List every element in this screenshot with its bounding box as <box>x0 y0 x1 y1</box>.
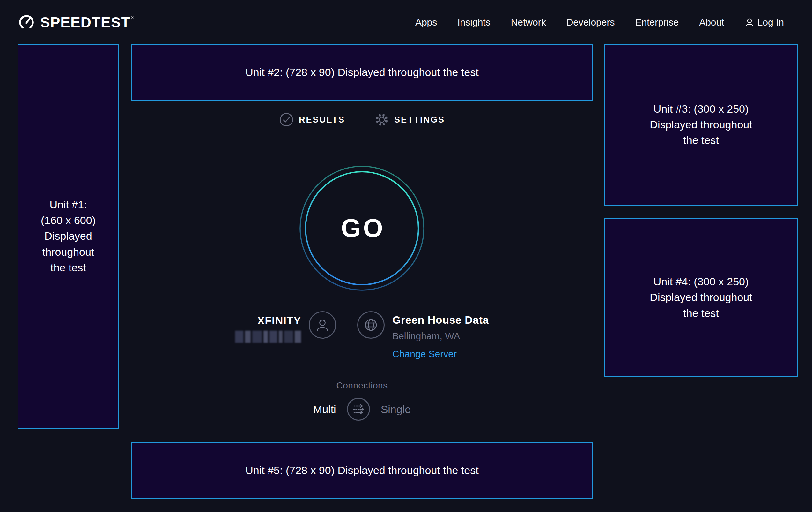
nav-links: Apps Insights Network Developers Enterpr… <box>415 17 784 28</box>
go-label: GO <box>299 165 425 291</box>
ad-unit-2: Unit #2: (728 x 90) Displayed throughout… <box>131 44 593 101</box>
go-button[interactable]: GO <box>299 165 425 291</box>
speedtest-page: SPEEDTEST ® Apps Insights Network Develo… <box>0 0 812 512</box>
logo-trademark: ® <box>131 15 135 20</box>
change-server-link[interactable]: Change Server <box>392 349 457 359</box>
server-icon-circle <box>357 311 385 339</box>
ad-unit-4: Unit #4: (300 x 250) Displayed throughou… <box>604 218 798 377</box>
connections-section: Connections Multi Sin <box>131 380 593 421</box>
isp-name: XFINITY <box>257 315 301 327</box>
server-location: Bellingham, WA <box>392 331 460 342</box>
login-label: Log In <box>757 17 784 28</box>
globe-icon <box>363 317 379 332</box>
login-button[interactable]: Log In <box>745 17 784 28</box>
nav-item-enterprise[interactable]: Enterprise <box>635 17 679 28</box>
isp-icon-circle <box>309 311 336 339</box>
logo-text: SPEEDTEST <box>40 14 130 31</box>
nav-item-network[interactable]: Network <box>511 17 546 28</box>
top-nav: SPEEDTEST ® Apps Insights Network Develo… <box>0 0 812 45</box>
ad-unit-3-text: Unit #3: (300 x 250) Displayed throughou… <box>650 101 752 149</box>
check-circle-icon <box>279 112 294 127</box>
multi-arrows-icon <box>351 402 366 416</box>
connections-label: Connections <box>336 380 387 391</box>
person-icon <box>315 318 330 332</box>
gauge-icon <box>18 14 35 31</box>
nav-item-insights[interactable]: Insights <box>457 17 490 28</box>
server-name: Green House Data <box>392 314 489 326</box>
tab-results-label: RESULTS <box>299 115 345 125</box>
isp-block: XFINITY <box>235 311 336 343</box>
gear-icon <box>374 112 389 127</box>
nav-item-apps[interactable]: Apps <box>415 17 437 28</box>
speedtest-logo[interactable]: SPEEDTEST ® <box>18 14 135 31</box>
user-icon <box>745 18 754 27</box>
tab-settings-label: SETTINGS <box>394 115 445 125</box>
nav-item-developers[interactable]: Developers <box>567 17 615 28</box>
ad-unit-1: Unit #1: (160 x 600) Displayed throughou… <box>18 44 119 429</box>
connections-toggle-row: Multi Single <box>313 398 411 421</box>
logo-wordmark: SPEEDTEST ® <box>40 14 135 31</box>
connections-multi-option[interactable]: Multi <box>313 403 336 415</box>
tab-settings[interactable]: SETTINGS <box>374 112 445 127</box>
redacted-ip <box>235 331 301 343</box>
ad-unit-5-text: Unit #5: (728 x 90) Displayed throughout… <box>245 462 478 478</box>
connections-toggle-button[interactable] <box>347 398 370 421</box>
ad-unit-4-text: Unit #4: (300 x 250) Displayed throughou… <box>650 274 752 321</box>
tabs-row: RESULTS SETTINGS <box>131 112 593 127</box>
go-section: GO <box>131 165 593 291</box>
server-block: Green House Data Bellingham, WA Change S… <box>357 311 489 359</box>
nav-item-about[interactable]: About <box>699 17 724 28</box>
ad-unit-3: Unit #3: (300 x 250) Displayed throughou… <box>604 44 798 206</box>
ad-unit-5: Unit #5: (728 x 90) Displayed throughout… <box>131 442 593 499</box>
server-text: Green House Data Bellingham, WA Change S… <box>392 314 489 359</box>
isp-text: XFINITY <box>235 315 301 343</box>
connections-single-option[interactable]: Single <box>381 403 411 415</box>
tab-results[interactable]: RESULTS <box>279 112 345 127</box>
ad-unit-1-text: Unit #1: (160 x 600) Displayed throughou… <box>41 197 96 275</box>
host-row: XFINITY <box>131 311 593 359</box>
ad-unit-2-text: Unit #2: (728 x 90) Displayed throughout… <box>245 64 478 80</box>
